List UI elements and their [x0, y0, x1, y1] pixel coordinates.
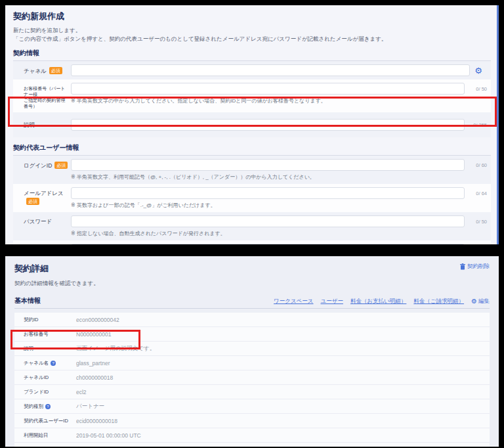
- representative-user-form: ログインID必須 0/ 60 ※ 半角英数文字、利用可能記号（@, +, -, …: [13, 156, 491, 244]
- required-badge: 必須: [26, 198, 39, 205]
- section-representative-user: 契約代表ユーザー情報: [13, 143, 491, 156]
- page-title: 契約新規作成: [13, 11, 491, 22]
- customer-number-counter: 0/ 50: [465, 86, 487, 92]
- email-note: ※ 英数字および一部の記号「.-_@」がご利用いただけます。: [71, 202, 487, 209]
- detail-row-customer-number: お客様番号 N0000000001: [14, 327, 490, 342]
- password-label: パスワード: [24, 218, 52, 225]
- required-badge: 必須: [54, 162, 68, 169]
- form-row-description: 説明 0/ 255: [13, 112, 491, 137]
- detail-row-start-date: 利用開始日 2019-05-01 00:00:00 UTC: [14, 428, 490, 443]
- form-row-channel: チャネル必須 ⚙: [13, 61, 491, 79]
- detail-row-contract-id: 契約ID econ0000000042: [14, 313, 490, 327]
- customer-number-note: ※ 半角英数文字の中から入力してください。指定しない場合、契約IDと同一の値がお…: [71, 97, 487, 104]
- form-row-password: パスワード 0/ 50 ※ 指定しない場合、自動生成されたパスワードが発行されま…: [13, 212, 491, 240]
- description-label: 説明: [24, 122, 35, 128]
- channel-input[interactable]: [71, 64, 470, 76]
- detail-row-representative-user-id: 契約代表ユーザーID ecid0000000018: [14, 414, 490, 428]
- channel-settings-gear-icon[interactable]: ⚙: [470, 66, 487, 75]
- edit-link[interactable]: ⚙ 編集: [471, 298, 490, 305]
- link-workspace[interactable]: ワークスペース: [274, 298, 314, 305]
- detail-row-end-date: 利用終了日 利用中: [14, 443, 490, 447]
- channel-name-info-icon[interactable]: ?: [51, 361, 56, 366]
- customer-number-label-line2: ご指定時の契約管理番号）: [24, 97, 68, 109]
- login-id-counter: 0/ 60: [465, 162, 487, 168]
- form-row-password-confirm: パスワード（確認） 0/ 50: [13, 240, 491, 244]
- login-id-input[interactable]: [71, 159, 465, 171]
- scrollbar[interactable]: [497, 5, 499, 244]
- detail-links: ワークスペース ユーザー 料金（お支払い明細） 料金（ご請求明細） ⚙ 編集: [274, 298, 490, 305]
- form-row-login-id: ログインID必須 0/ 60 ※ 半角英数文字、利用可能記号（@, +, -, …: [13, 156, 491, 184]
- email-counter: 0/ 64: [465, 190, 487, 196]
- required-badge: 必須: [49, 67, 62, 74]
- login-id-note: ※ 半角英数文字、利用可能記号（@, +, -, .（ピリオド）, _（アンダー…: [71, 173, 487, 181]
- trash-icon: [460, 263, 465, 270]
- detail-page-title: 契約詳細: [14, 263, 49, 275]
- link-payment-detail[interactable]: 料金（お支払い明細）: [350, 298, 406, 305]
- basic-info-table: 契約ID econ0000000042 お客様番号 N0000000001 説明…: [14, 313, 490, 447]
- login-id-label: ログインID: [24, 162, 52, 169]
- detail-row-contract-type: 契約種別? パートナー: [14, 399, 490, 414]
- edit-gear-icon: ⚙: [471, 298, 477, 305]
- detail-row-channel-name: チャネル名? glass_partner: [14, 356, 490, 370]
- link-users[interactable]: ユーザー: [321, 298, 343, 305]
- edit-label: 編集: [478, 298, 490, 305]
- page-description-line2: 「この内容で作成」ボタンを押すと、契約の代表ユーザーのものとして登録されたメール…: [13, 35, 491, 43]
- detail-row-channel-id: チャネルID ch0000000018: [14, 370, 490, 385]
- contract-info-form: チャネル必須 ⚙ お客様番号（パートナー様 ご指定時の契約管理番号） 0/ 50…: [13, 61, 491, 137]
- contract-detail-panel: 契約詳細 契約削除 契約の詳細情報を確認できます。 基本情報 ワークスペース ユ…: [5, 256, 499, 447]
- create-contract-panel: 契約新規作成 新たに契約を追加します。 「この内容で作成」ボタンを押すと、契約の…: [5, 5, 499, 244]
- section-contract-info: 契約情報: [13, 49, 491, 61]
- description-input[interactable]: [71, 119, 465, 131]
- customer-number-input[interactable]: [71, 83, 465, 95]
- form-row-customer-number: お客様番号（パートナー様 ご指定時の契約管理番号） 0/ 50 ※ 半角英数文字…: [13, 79, 491, 112]
- detail-row-description: 説明 画面イメージ用の説明文です。: [14, 342, 490, 356]
- detail-page-description: 契約の詳細情報を確認できます。: [14, 280, 490, 288]
- contract-type-info-icon[interactable]: ?: [45, 404, 51, 409]
- email-input[interactable]: [71, 187, 465, 199]
- password-counter: 0/ 50: [465, 219, 487, 225]
- delete-contract-link[interactable]: 契約削除: [460, 263, 490, 271]
- link-billing-detail[interactable]: 料金（ご請求明細）: [413, 298, 464, 305]
- delete-contract-label: 契約削除: [467, 263, 490, 271]
- section-basic-info: 基本情報: [14, 296, 41, 305]
- password-note: ※ 指定しない場合、自動生成されたパスワードが発行されます。: [71, 230, 487, 237]
- password-input[interactable]: [71, 215, 465, 227]
- form-row-email: メールアドレス必須 0/ 64 ※ 英数字および一部の記号「.-_@」がご利用い…: [13, 184, 491, 212]
- channel-label: チャネル: [24, 68, 47, 74]
- page-description-line1: 新たに契約を追加します。: [13, 27, 491, 34]
- password-confirm-input[interactable]: [71, 244, 465, 244]
- customer-number-label-line1: お客様番号（パートナー様: [24, 85, 68, 97]
- email-label: メールアドレス: [24, 190, 64, 196]
- detail-row-brand-id: ブランドID ecl2: [14, 385, 490, 399]
- description-counter: 0/ 255: [465, 122, 487, 128]
